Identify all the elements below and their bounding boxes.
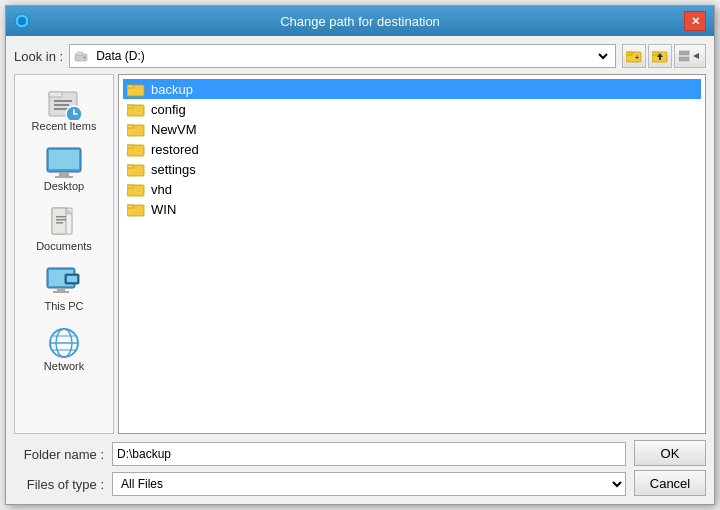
svg-rect-52 (127, 185, 134, 188)
up-folder-icon (652, 49, 668, 63)
file-name-newvm: NewVM (151, 122, 197, 137)
views-button[interactable] (674, 44, 706, 68)
documents-icon (45, 206, 83, 240)
file-name-settings: settings (151, 162, 196, 177)
file-item-win[interactable]: WIN (123, 199, 701, 219)
file-item-restored[interactable]: restored (123, 139, 701, 159)
views-icon (679, 49, 701, 63)
files-of-type-label: Files of type : (14, 477, 104, 492)
cancel-button[interactable]: Cancel (634, 470, 706, 496)
sidebar-item-recent-items[interactable]: Recent Items (19, 81, 109, 137)
folder-icon-settings (127, 161, 145, 177)
svg-rect-33 (53, 291, 69, 293)
svg-rect-28 (56, 219, 66, 221)
main-area: Recent Items Desktop (14, 74, 706, 434)
network-icon (45, 326, 83, 360)
svg-rect-32 (57, 288, 65, 291)
svg-rect-54 (127, 205, 134, 208)
file-name-restored: restored (151, 142, 199, 157)
look-in-label: Look in : (14, 49, 63, 64)
svg-rect-46 (127, 125, 134, 128)
svg-point-1 (18, 17, 26, 25)
svg-rect-35 (67, 276, 77, 282)
svg-rect-42 (127, 85, 134, 88)
folder-icon-win (127, 201, 145, 217)
desktop-icon (45, 146, 83, 180)
file-item-config[interactable]: config (123, 99, 701, 119)
sidebar-label-this-pc: This PC (44, 300, 83, 312)
look-in-row: Look in : Data (D:) + (14, 44, 706, 68)
svg-rect-15 (49, 92, 62, 97)
svg-rect-48 (127, 145, 134, 148)
form-fields: Folder name : Files of type : All Files (14, 442, 626, 496)
svg-rect-9 (652, 52, 658, 55)
svg-rect-16 (54, 100, 72, 102)
svg-marker-13 (693, 53, 699, 59)
svg-rect-22 (59, 172, 69, 176)
svg-rect-25 (52, 208, 66, 234)
button-column: OK Cancel (634, 440, 706, 496)
up-folder-button[interactable] (648, 44, 672, 68)
file-item-vhd[interactable]: vhd (123, 179, 701, 199)
sidebar-label-desktop: Desktop (44, 180, 84, 192)
svg-rect-29 (56, 222, 63, 224)
svg-rect-17 (54, 104, 69, 106)
file-item-settings[interactable]: settings (123, 159, 701, 179)
sidebar-item-desktop[interactable]: Desktop (19, 141, 109, 197)
title-bar-left (14, 13, 36, 29)
file-item-backup[interactable]: backup (123, 79, 701, 99)
file-pane[interactable]: backup config NewVM (118, 74, 706, 434)
folder-icon-newvm (127, 121, 145, 137)
svg-rect-12 (679, 57, 689, 61)
file-item-newvm[interactable]: NewVM (123, 119, 701, 139)
sidebar-label-network: Network (44, 360, 84, 372)
look-in-dropdown[interactable]: Data (D:) (92, 48, 611, 64)
folder-icon-vhd (127, 181, 145, 197)
svg-rect-27 (56, 216, 66, 218)
svg-text:+: + (635, 54, 639, 61)
dialog-body: Look in : Data (D:) + (6, 36, 714, 504)
sidebar-item-this-pc[interactable]: This PC (19, 261, 109, 317)
title-bar: Change path for destination ✕ (6, 6, 714, 36)
close-button[interactable]: ✕ (684, 11, 706, 31)
svg-rect-6 (626, 52, 632, 55)
folder-icon-config (127, 101, 145, 117)
file-name-config: config (151, 102, 186, 117)
folder-name-input[interactable] (112, 442, 626, 466)
look-in-select[interactable]: Data (D:) (69, 44, 616, 68)
sidebar-item-network[interactable]: Network (19, 321, 109, 377)
svg-rect-44 (127, 105, 134, 108)
folder-name-row: Folder name : (14, 442, 626, 466)
file-name-vhd: vhd (151, 182, 172, 197)
sidebar-item-documents[interactable]: Documents (19, 201, 109, 257)
dialog-title: Change path for destination (36, 14, 684, 29)
bottom-form-area: Folder name : Files of type : All Files … (14, 440, 706, 496)
this-pc-icon (45, 266, 83, 300)
folder-icon-backup (127, 81, 145, 97)
toolbar-icons: + (622, 44, 706, 68)
drive-icon (74, 50, 88, 62)
ok-button[interactable]: OK (634, 440, 706, 466)
sidebar-label-recent-items: Recent Items (32, 120, 97, 132)
recent-items-icon (45, 86, 83, 120)
new-folder-button[interactable]: + (622, 44, 646, 68)
sidebar: Recent Items Desktop (14, 74, 114, 434)
sidebar-label-documents: Documents (36, 240, 92, 252)
svg-rect-11 (679, 51, 689, 55)
svg-rect-23 (55, 176, 73, 178)
files-of-type-row: Files of type : All Files (14, 472, 626, 496)
files-of-type-select[interactable]: All Files (112, 472, 626, 496)
file-name-backup: backup (151, 82, 193, 97)
folder-name-label: Folder name : (14, 447, 104, 462)
svg-rect-21 (49, 150, 79, 169)
svg-point-4 (84, 57, 86, 59)
app-icon (14, 13, 30, 29)
folder-icon-restored (127, 141, 145, 157)
svg-rect-3 (77, 52, 83, 55)
new-folder-icon: + (626, 49, 642, 63)
change-path-dialog: Change path for destination ✕ Look in : … (5, 5, 715, 505)
svg-rect-50 (127, 165, 134, 168)
file-name-win: WIN (151, 202, 176, 217)
